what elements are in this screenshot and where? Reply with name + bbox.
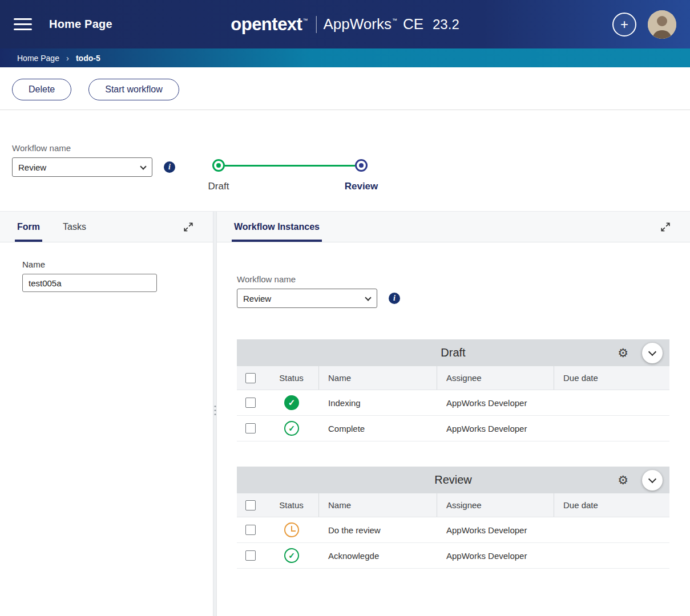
plus-icon: +	[620, 18, 628, 31]
column-header-name: Name	[319, 493, 437, 517]
panel-splitter[interactable]	[213, 212, 217, 616]
task-name: Do the review	[319, 525, 437, 535]
expand-icon	[660, 222, 671, 232]
table-header-row: Status Name Assignee Due date	[237, 366, 669, 390]
table-header-band: Review ⚙	[237, 467, 669, 493]
column-header-due-date: Due date	[554, 493, 669, 517]
drag-handle-icon	[214, 406, 216, 415]
step-label-draft: Draft	[208, 181, 229, 192]
breadcrumb: Home Page › todo-5	[0, 48, 690, 67]
workflow-instances-content: Workflow name Review i Draft	[217, 242, 690, 586]
expand-panel-button[interactable]	[181, 220, 196, 234]
left-panel-tabbar: Form Tasks	[0, 212, 213, 242]
table-title: Draft	[237, 346, 669, 359]
workflow-name-select[interactable]: Review	[12, 157, 152, 177]
step-label-review: Review	[345, 181, 378, 192]
split-panels: Form Tasks Name Workflow Instances	[0, 211, 690, 616]
row-checkbox[interactable]	[245, 550, 256, 561]
step-draft-indicator	[212, 159, 225, 172]
column-header-assignee: Assignee	[437, 493, 554, 517]
product-name: AppWorks	[323, 15, 391, 33]
collapse-table-button[interactable]	[642, 470, 663, 491]
row-checkbox[interactable]	[245, 398, 256, 408]
workflow-instances-panel: Workflow Instances Workflow name Review	[217, 212, 690, 616]
workflow-name-label: Workflow name	[12, 143, 678, 153]
column-header-assignee: Assignee	[437, 366, 554, 390]
expand-icon	[183, 222, 193, 232]
chevron-down-icon	[648, 475, 656, 483]
product-version: 23.2	[433, 17, 459, 33]
table-row[interactable]: Do the review AppWorks Developer	[237, 517, 669, 543]
breadcrumb-separator-icon: ›	[66, 53, 69, 63]
review-table: Review ⚙ Status Name Assignee Due date	[237, 467, 669, 569]
task-assignee: AppWorks Developer	[437, 398, 554, 408]
table-header-band: Draft ⚙	[237, 339, 669, 366]
trademark-symbol: ™	[392, 18, 397, 23]
chevron-down-icon	[648, 347, 656, 355]
column-header-status: Status	[264, 493, 319, 517]
table-title: Review	[237, 473, 669, 487]
table-row[interactable]: Acknowlegde AppWorks Developer	[237, 543, 669, 569]
status-check-filled-icon	[284, 395, 299, 410]
start-workflow-button[interactable]: Start workflow	[88, 79, 179, 100]
column-header-name: Name	[319, 366, 437, 390]
hamburger-menu-icon[interactable]	[14, 18, 32, 30]
top-bar-actions: +	[612, 10, 676, 39]
tab-workflow-instances[interactable]: Workflow Instances	[234, 212, 320, 242]
column-header-status: Status	[264, 366, 319, 390]
table-row[interactable]: Complete AppWorks Developer	[237, 416, 669, 441]
table-row[interactable]: Indexing AppWorks Developer	[237, 390, 669, 416]
select-all-checkbox[interactable]	[245, 373, 256, 383]
tab-form[interactable]: Form	[17, 212, 40, 242]
task-assignee: AppWorks Developer	[437, 424, 554, 433]
task-name: Acknowlegde	[319, 551, 437, 561]
page-title: Home Page	[49, 18, 112, 31]
status-clock-icon	[284, 522, 299, 537]
name-field-label: Name	[22, 260, 191, 269]
brand-divider	[316, 16, 316, 33]
avatar-image	[648, 10, 676, 39]
task-name: Indexing	[319, 398, 437, 408]
breadcrumb-home[interactable]: Home Page	[17, 54, 59, 63]
workflow-name-label: Workflow name	[237, 274, 669, 284]
brand-logo: opentext™ AppWorks™ CE 23.2	[231, 14, 459, 35]
action-toolbar: Delete Start workflow	[0, 67, 690, 110]
stepper-connector	[225, 165, 355, 167]
draft-table: Draft ⚙ Status Name Assignee Due date	[237, 339, 669, 441]
status-check-outline-icon	[284, 548, 299, 563]
right-panel-tabbar: Workflow Instances	[217, 212, 690, 242]
expand-panel-button[interactable]	[658, 220, 673, 234]
info-icon[interactable]: i	[389, 293, 400, 304]
workflow-section: Workflow name Review i Draft Review	[0, 110, 690, 211]
add-button[interactable]: +	[612, 13, 636, 37]
gear-icon[interactable]: ⚙	[618, 347, 628, 359]
gear-icon[interactable]: ⚙	[618, 474, 628, 486]
task-assignee: AppWorks Developer	[437, 551, 554, 561]
info-icon[interactable]: i	[164, 161, 175, 173]
form-content: Name	[0, 242, 213, 309]
step-dot-icon	[216, 163, 221, 168]
top-bar: Home Page opentext™ AppWorks™ CE 23.2 +	[0, 0, 690, 48]
row-checkbox[interactable]	[245, 525, 256, 535]
app-window: Home Page opentext™ AppWorks™ CE 23.2 + …	[0, 0, 690, 616]
avatar[interactable]	[648, 10, 676, 39]
workflow-select-wrap: Review	[12, 157, 152, 177]
row-checkbox[interactable]	[245, 423, 256, 433]
step-review-indicator	[355, 159, 368, 172]
table-header-row: Status Name Assignee Due date	[237, 493, 669, 517]
workflow-stepper: Draft Review	[212, 159, 372, 193]
breadcrumb-current: todo-5	[76, 54, 100, 63]
product-edition: CE	[403, 15, 423, 33]
collapse-table-button[interactable]	[642, 343, 663, 363]
task-assignee: AppWorks Developer	[437, 525, 554, 535]
step-dot-icon	[359, 163, 364, 168]
opentext-logo: opentext	[231, 14, 302, 35]
form-panel: Form Tasks Name	[0, 212, 213, 616]
tab-tasks[interactable]: Tasks	[63, 212, 86, 242]
column-header-due-date: Due date	[554, 366, 669, 390]
name-field[interactable]	[22, 274, 157, 292]
select-all-checkbox[interactable]	[245, 500, 256, 510]
delete-button[interactable]: Delete	[12, 79, 71, 100]
workflow-name-select[interactable]: Review	[237, 289, 377, 308]
status-check-outline-icon	[284, 421, 299, 436]
